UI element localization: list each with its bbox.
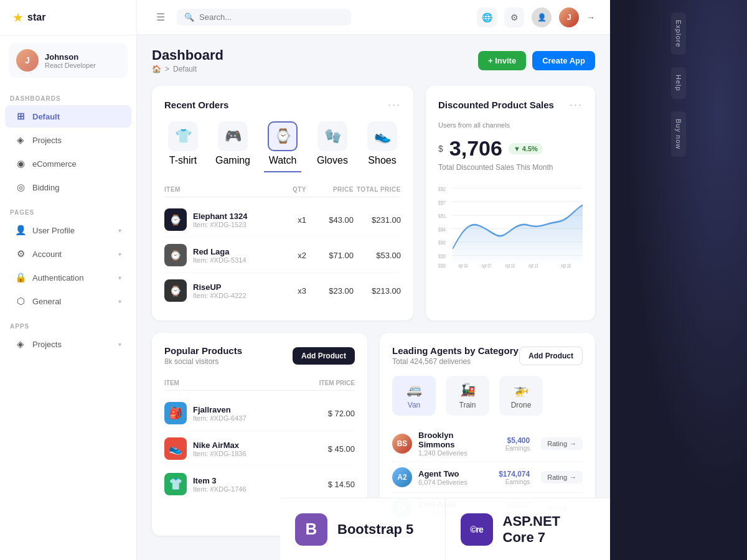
tab-shoes[interactable]: 👟 Shoes: [364, 121, 401, 172]
svg-text:$346: $346: [438, 226, 446, 233]
notification-button[interactable]: 🌐: [477, 7, 497, 27]
aspnet-promo[interactable]: ©re ASP.NET Core 7: [446, 498, 611, 560]
tshirt-icon: 👕: [168, 121, 198, 151]
svg-text:Apr 13: Apr 13: [529, 262, 538, 269]
tab-gloves[interactable]: 🧤 Gloves: [314, 121, 351, 172]
sidebar-item-account[interactable]: ⚙ Account ▾: [5, 243, 131, 265]
sidebar-item-general[interactable]: ⬡ General ▾: [5, 290, 131, 312]
settings-button[interactable]: ⚙: [504, 7, 524, 27]
agent-avatar: A2: [392, 467, 412, 487]
tab-train[interactable]: 🚂 Train: [446, 376, 489, 416]
add-product-agents-button[interactable]: Add Product: [519, 347, 583, 365]
create-app-button[interactable]: Create App: [532, 51, 595, 70]
topbar-arrow-button[interactable]: →: [586, 12, 595, 22]
invite-button[interactable]: + Invite: [478, 51, 526, 70]
home-icon[interactable]: 🏠: [152, 65, 161, 73]
tab-drone-label: Drone: [511, 401, 532, 409]
tab-gaming[interactable]: 🎮 Gaming: [214, 121, 251, 172]
leading-agents-title: Leading Agents by Category: [392, 345, 519, 356]
tab-van-label: Van: [408, 401, 420, 409]
card-menu-button[interactable]: ···: [570, 98, 583, 111]
item-name: Elephant 1324: [193, 212, 247, 221]
bidding-icon: ◎: [15, 182, 26, 193]
col-total: TOTAL PRICE: [354, 186, 401, 193]
item-price: $23.00: [306, 286, 354, 296]
tab-shoes-label: Shoes: [368, 155, 396, 166]
sidebar-logo: ★ star: [0, 0, 136, 35]
chevron-down-icon: ▾: [118, 251, 121, 258]
item-total: $213.00: [354, 286, 401, 296]
apps-projects-icon: ◈: [15, 338, 26, 350]
sidebar-item-apps-projects[interactable]: ◈ Projects ▾: [5, 333, 131, 355]
explore-label[interactable]: Explore: [671, 12, 686, 55]
card-menu-button[interactable]: ···: [388, 98, 401, 111]
tab-watch[interactable]: ⌚ Watch: [264, 121, 301, 172]
products-table-header: ITEM ITEM PRICE: [164, 376, 355, 391]
product-row: 👕 Item 3 Item: #XDG-1746 $ 14.50: [164, 467, 355, 502]
help-label[interactable]: Help: [671, 67, 686, 99]
agent-deliveries: 1,240 Deliveries: [418, 449, 474, 457]
agent-deliveries: 6,074 Deliveries: [418, 478, 474, 486]
shoes-icon: 👟: [367, 121, 397, 151]
logo-text: star: [27, 12, 45, 23]
rating-button[interactable]: Rating →: [541, 437, 583, 450]
product-price: $ 72.00: [291, 409, 355, 418]
tab-drone[interactable]: 🚁 Drone: [499, 376, 543, 416]
bootstrap-promo[interactable]: B Bootstrap 5: [280, 498, 446, 560]
product-id: Item: #XDG-6437: [193, 414, 247, 422]
topbar-user-small[interactable]: 👤: [532, 7, 552, 27]
col-price: PRICE: [306, 186, 354, 193]
orders-table-header: ITEM QTY PRICE TOTAL PRICE: [164, 182, 401, 197]
sidebar-item-label: User Profile: [32, 226, 75, 235]
agent-row: A2 Agent Two 6,074 Deliveries $174,074 E…: [392, 462, 583, 493]
breadcrumb-separator: >: [165, 65, 169, 73]
tab-tshirt[interactable]: 👕 T-shirt: [164, 121, 202, 172]
sidebar-item-bidding[interactable]: ◎ Bidding: [5, 176, 131, 198]
sidebar-item-user-profile[interactable]: 👤 User Profile ▾: [5, 219, 131, 241]
sales-badge: ▼ 4.5%: [509, 143, 543, 154]
discounted-title: Discounted Product Sales: [438, 100, 554, 110]
sidebar-item-default[interactable]: ⊞ Default: [5, 105, 131, 128]
agent-row: BS Brooklyn Simmons 1,240 Deliveries $5,…: [392, 426, 583, 462]
sidebar-user[interactable]: J Johnson React Developer: [9, 43, 128, 78]
item-id: Item: #XDG-5314: [193, 256, 247, 264]
agent-earnings: $174,074: [480, 470, 530, 478]
sidebar-item-ecommerce[interactable]: ◉ eCommerce: [5, 152, 131, 175]
topbar: ☰ 🔍 🌐 ⚙ 👤 J →: [137, 0, 610, 35]
aspnet-title: ASP.NET Core 7: [503, 513, 596, 546]
sidebar-item-label: Authentication: [32, 273, 83, 282]
search-input[interactable]: [199, 12, 344, 22]
earnings-label: Earnings: [480, 478, 530, 485]
agent-name: Agent Two: [418, 469, 474, 478]
content-area: Dashboard 🏠 > Default + Invite Create Ap…: [137, 35, 610, 560]
add-product-button[interactable]: Add Product: [293, 347, 355, 365]
sidebar-item-label: Projects: [32, 340, 62, 349]
tab-van[interactable]: 🚐 Van: [392, 376, 436, 416]
tab-gloves-label: Gloves: [317, 155, 348, 166]
product-name: Nike AirMax: [193, 441, 247, 450]
recent-orders-card: Recent Orders ··· 👕 T-shirt 🎮 Gaming ⌚: [152, 86, 413, 320]
svg-text:$340: $340: [438, 240, 446, 246]
order-row: ⌚ Elephant 1324 Item: #XDG-1523 x1 $43.0…: [164, 202, 401, 238]
popular-products-subtitle: 8k social visitors: [164, 357, 242, 366]
topbar-avatar[interactable]: J: [559, 7, 579, 27]
agent-tabs: 🚐 Van 🚂 Train 🚁 Drone: [392, 376, 583, 416]
logo-icon: ★: [12, 10, 24, 25]
sales-label: Total Discounted Sales This Month: [438, 163, 583, 172]
avatar: J: [16, 49, 39, 72]
sidebar-item-label: General: [32, 297, 61, 306]
item-icon: ⌚: [164, 279, 187, 302]
sidebar-item-projects[interactable]: ◈ Projects: [5, 129, 131, 151]
sidebar-item-authentication[interactable]: 🔒 Authentication ▾: [5, 266, 131, 289]
collapse-button[interactable]: ☰: [152, 9, 169, 26]
product-price: $ 45.00: [291, 444, 355, 454]
buy-now-label[interactable]: Buy now: [671, 111, 686, 157]
product-icon: 👕: [164, 473, 187, 495]
main-area: ☰ 🔍 🌐 ⚙ 👤 J → Dashboard 🏠: [137, 0, 610, 560]
sidebar-item-label: Account: [32, 250, 62, 259]
product-price: $ 14.50: [291, 480, 355, 489]
rating-button[interactable]: Rating →: [541, 471, 583, 483]
recent-orders-title: Recent Orders: [164, 100, 228, 110]
section-apps: APPS: [0, 313, 136, 332]
ecommerce-icon: ◉: [15, 158, 26, 169]
